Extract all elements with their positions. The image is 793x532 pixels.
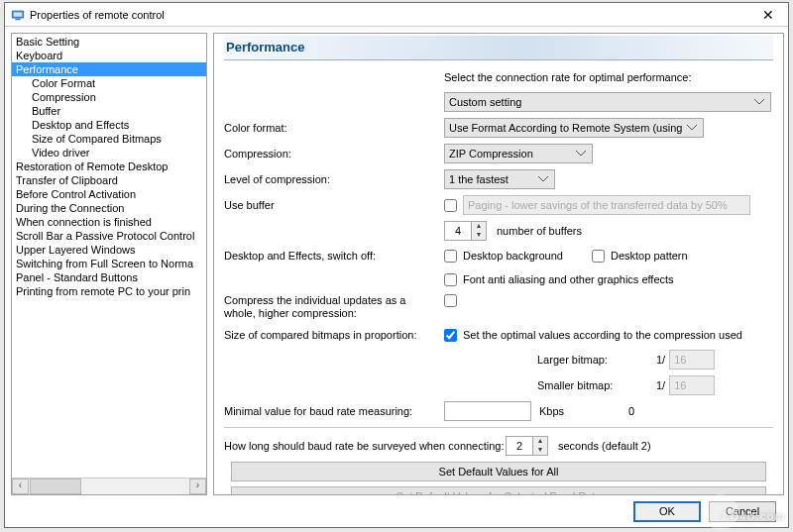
titlebar: Properties of remote control ✕ <box>5 3 788 27</box>
font-aa-label: Font anti aliasing and other graphics ef… <box>463 273 674 285</box>
survey-label: How long should baud rate be surveyed wh… <box>224 440 506 452</box>
compression-select[interactable]: ZIP Compression <box>444 144 593 163</box>
separator <box>224 427 773 428</box>
desktop-pattern-checkbox[interactable] <box>592 250 605 263</box>
scroll-left-icon[interactable]: ‹ <box>12 479 29 494</box>
dialog-body: Basic SettingKeyboardPerformanceColor Fo… <box>5 27 788 495</box>
settings-panel: Performance Select the connection rate f… <box>213 33 784 495</box>
larger-bitmap-label: Larger bitmap: <box>537 354 656 366</box>
nav-item[interactable]: Panel - Standard Buttons <box>12 270 206 284</box>
panel-heading: Performance <box>224 36 773 60</box>
scroll-thumb[interactable] <box>30 479 81 494</box>
buffer-label: Use buffer <box>224 199 444 211</box>
connection-rate-select[interactable]: Custom setting <box>444 92 771 112</box>
optimal-values-checkbox[interactable] <box>444 329 457 342</box>
level-select[interactable]: 1 the fastest <box>444 169 555 189</box>
app-icon <box>11 8 25 22</box>
one-over-label: 1/ <box>656 354 665 366</box>
kbps-label: Kbps <box>539 405 628 417</box>
desktop-effects-label: Desktop and Effects, switch off: <box>224 250 444 262</box>
buffer-count-input[interactable] <box>444 221 472 241</box>
compression-label: Compression: <box>224 148 444 160</box>
nav-item[interactable]: Basic Setting <box>12 35 206 49</box>
compress-whole-label: Compress the individual updates as a who… <box>224 294 444 320</box>
min-baud-label: Minimal value for baud rate measuring: <box>224 405 444 417</box>
survey-suffix: seconds (default 2) <box>558 440 651 452</box>
size-bitmaps-label: Size of compared bitmaps in proportion: <box>224 329 444 341</box>
nav-h-scrollbar[interactable]: ‹ › <box>12 478 206 494</box>
spin-up-icon[interactable]: ▲ <box>472 222 486 231</box>
nav-tree: Basic SettingKeyboardPerformanceColor Fo… <box>11 33 207 495</box>
desktop-bg-checkbox[interactable] <box>444 250 457 263</box>
svg-rect-1 <box>14 12 23 16</box>
nav-item[interactable]: Compression <box>12 90 206 104</box>
color-format-label: Color format: <box>224 122 444 134</box>
nav-list: Basic SettingKeyboardPerformanceColor Fo… <box>12 34 206 478</box>
nav-item[interactable]: Before Control Activation <box>12 187 206 201</box>
nav-item[interactable]: Printing from remote PC to your prin <box>12 284 206 298</box>
smaller-bitmap-label: Smaller bitmap: <box>537 379 656 391</box>
intro-text: Select the connection rate for optimal p… <box>444 71 691 83</box>
nav-item[interactable]: Upper Layered Windows <box>12 243 206 257</box>
spin-up-icon[interactable]: ▲ <box>533 437 547 446</box>
set-defaults-all-button[interactable]: Set Default Values for All <box>231 462 766 481</box>
ok-button[interactable]: OK <box>633 501 701 522</box>
paging-select: Paging - lower savings of the transferre… <box>463 195 750 215</box>
nav-item[interactable]: Keyboard <box>12 49 206 62</box>
color-format-select[interactable]: Use Format According to Remote System (u… <box>444 118 704 138</box>
survey-spinner[interactable]: ▲▼ <box>506 436 548 456</box>
svg-rect-2 <box>15 18 20 20</box>
min-baud-input[interactable] <box>444 401 531 421</box>
one-over-label-2: 1/ <box>656 379 665 391</box>
nav-item[interactable]: Restoration of Remote Desktop <box>12 160 206 173</box>
level-label: Level of compression: <box>224 173 444 185</box>
nav-item[interactable]: Size of Compared Bitmaps <box>12 132 206 146</box>
close-button[interactable]: ✕ <box>754 6 782 24</box>
nav-item[interactable]: During the Connection <box>12 201 206 215</box>
nav-item[interactable]: Transfer of Clipboard <box>12 173 206 187</box>
use-buffer-checkbox[interactable] <box>444 199 457 212</box>
spin-down-icon[interactable]: ▼ <box>533 446 547 455</box>
nav-item[interactable]: When connection is finished <box>12 215 206 229</box>
dialog-footer: OK Cancel <box>5 495 788 527</box>
dialog-window: Properties of remote control ✕ Basic Set… <box>4 2 789 528</box>
nav-item[interactable]: Color Format <box>12 76 206 90</box>
nav-item[interactable]: Switching from Full Screen to Norma <box>12 257 206 270</box>
buffer-count-label: number of buffers <box>497 225 582 237</box>
desktop-bg-label: Desktop background <box>463 250 592 262</box>
spin-down-icon[interactable]: ▼ <box>472 231 486 240</box>
nav-item[interactable]: Video driver <box>12 146 206 160</box>
buffer-count-spinner[interactable]: ▲▼ <box>444 221 487 241</box>
smaller-bitmap-select: 16 <box>669 375 715 395</box>
survey-input[interactable] <box>506 436 533 456</box>
optimal-values-label: Set the optimal values according to the … <box>463 329 742 341</box>
font-aa-checkbox[interactable] <box>444 273 457 286</box>
nav-item[interactable]: Performance <box>12 62 206 76</box>
scroll-right-icon[interactable]: › <box>189 479 206 494</box>
set-defaults-selected-button: Set Default Values for Selected Baud Rat… <box>231 486 766 495</box>
compress-whole-checkbox[interactable] <box>444 294 457 307</box>
nav-item[interactable]: Desktop and Effects <box>12 118 206 132</box>
cancel-button[interactable]: Cancel <box>709 501 776 522</box>
zero-value: 0 <box>628 405 634 417</box>
window-title: Properties of remote control <box>30 9 754 21</box>
larger-bitmap-select: 16 <box>669 350 715 370</box>
nav-item[interactable]: Scroll Bar a Passive Protocol Control <box>12 229 206 243</box>
nav-item[interactable]: Buffer <box>12 104 206 118</box>
desktop-pattern-label: Desktop pattern <box>611 250 688 262</box>
